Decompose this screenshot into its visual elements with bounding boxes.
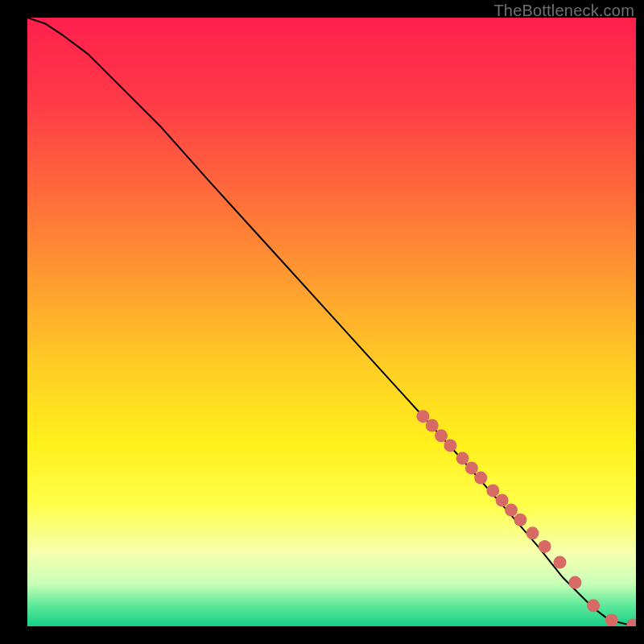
curve-layer [27,18,636,626]
plot-area [27,18,636,626]
chart-frame: TheBottleneck.com [0,0,644,644]
watermark-label: TheBottleneck.com [493,2,634,20]
